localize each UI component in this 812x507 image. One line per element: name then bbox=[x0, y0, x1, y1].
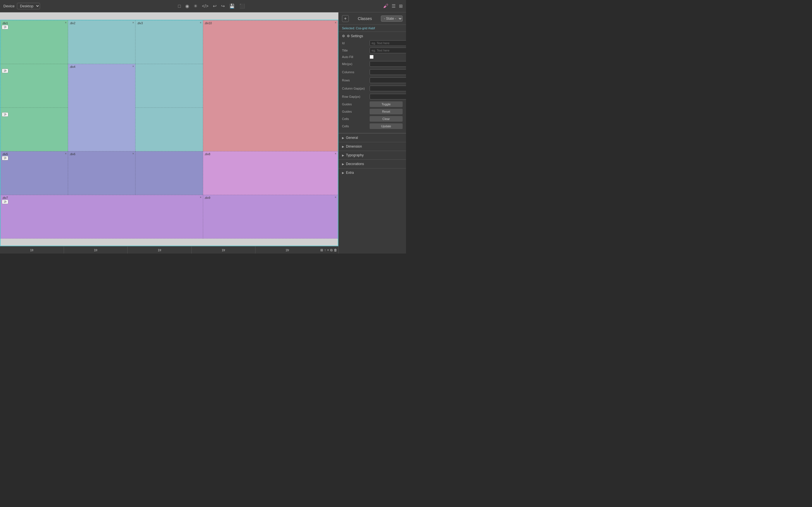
selected-value: Css-grid bbox=[356, 26, 367, 30]
accordion-general-header: ▶ General bbox=[342, 136, 403, 140]
id-input[interactable] bbox=[370, 40, 406, 46]
delete-icon[interactable]: 🗑 bbox=[334, 248, 337, 252]
state-dropdown[interactable]: - State - hover active focus bbox=[381, 15, 403, 22]
columns-field-row: Columns 5 ▲ ▼ bbox=[342, 69, 403, 75]
guides-toggle-row: Guides Toggle bbox=[342, 101, 403, 107]
div8-close[interactable]: × bbox=[335, 152, 336, 155]
dimension-arrow-icon: ▶ bbox=[342, 145, 344, 148]
div8-label: .div8 bbox=[204, 153, 210, 156]
title-input[interactable] bbox=[370, 48, 406, 53]
cells-clear-button[interactable]: Clear bbox=[370, 116, 403, 122]
square-icon[interactable]: □ bbox=[178, 4, 181, 9]
row-gap-input[interactable]: 0 bbox=[370, 94, 406, 100]
col1-row3-size: 1fr bbox=[2, 112, 8, 117]
minpx-input[interactable]: 200 bbox=[370, 61, 406, 67]
column-gap-label: Column Gap(px) bbox=[342, 87, 367, 90]
col4-size-input[interactable] bbox=[192, 246, 256, 253]
grid-cell-div2[interactable]: .div2 × bbox=[68, 20, 135, 64]
div9-close[interactable]: × bbox=[335, 196, 336, 199]
add-class-button[interactable]: + bbox=[342, 15, 349, 22]
device-select[interactable]: Desktop Tablet Mobile bbox=[17, 3, 40, 9]
export-icon[interactable]: ⬛ bbox=[239, 3, 245, 9]
device-label: Device bbox=[3, 4, 15, 8]
col3-size-input[interactable] bbox=[128, 246, 192, 253]
grid-cell-div4[interactable]: .div4 × bbox=[68, 64, 135, 151]
grid-cell-div5[interactable]: .div5 × 1fr bbox=[1, 151, 68, 195]
toolbar-right: 🖌 ☰ ⊞ bbox=[383, 3, 403, 9]
menu-icon[interactable]: ☰ bbox=[392, 3, 396, 9]
div5-label: .div5 bbox=[2, 153, 8, 156]
column-gap-input[interactable]: 0 bbox=[370, 86, 406, 91]
save-icon[interactable]: 💾 bbox=[229, 3, 235, 9]
accordion-dimension[interactable]: ▶ Dimension bbox=[339, 142, 406, 151]
col2-size-input[interactable] bbox=[64, 246, 128, 253]
selected-id: #iabf bbox=[368, 26, 375, 30]
cells-update-button[interactable]: Update bbox=[370, 123, 403, 129]
accordion-general[interactable]: ▶ General bbox=[339, 133, 406, 142]
div5-close[interactable]: × bbox=[65, 152, 66, 155]
grid-cell-div1[interactable]: .div1 × 1fr bbox=[1, 20, 68, 64]
accordion-decorations[interactable]: ▶ Decorations bbox=[339, 159, 406, 168]
div4-close[interactable]: × bbox=[133, 65, 134, 68]
css-grid-canvas: .div1 × 1fr .div2 × .div3 × .div10 × 1fr bbox=[0, 20, 338, 246]
code-icon[interactable]: </> bbox=[202, 4, 208, 9]
grid-cell-div3[interactable]: .div3 × bbox=[135, 20, 203, 64]
up-icon[interactable]: ↑ bbox=[324, 248, 326, 252]
general-arrow-icon: ▶ bbox=[342, 136, 344, 139]
grid-cell-col1-row2[interactable]: 1fr bbox=[1, 64, 68, 108]
grid-cell-col1-row3[interactable]: 1fr bbox=[1, 108, 68, 151]
copy-icon[interactable]: ⧉ bbox=[330, 248, 333, 252]
brush-icon[interactable]: 🖌 bbox=[383, 3, 388, 9]
minpx-spinner: 200 ▲ ▼ bbox=[370, 61, 406, 67]
add-col-icon[interactable]: + bbox=[327, 248, 329, 252]
col5-size-input[interactable] bbox=[255, 246, 319, 253]
grid-cell-div8[interactable]: .div8 × bbox=[203, 151, 338, 195]
accordion-typography[interactable]: ▶ Typography bbox=[339, 151, 406, 159]
div3-close[interactable]: × bbox=[200, 21, 202, 24]
panel-title: Classes bbox=[358, 16, 372, 21]
accordion-extra[interactable]: ▶ Extra bbox=[339, 168, 406, 177]
accordion-extra-label: Extra bbox=[346, 171, 354, 175]
grid-cell-div9[interactable]: .div9 × bbox=[203, 195, 338, 238]
grid-cell-div6[interactable]: .div6 × bbox=[68, 151, 135, 195]
accordion-general-label: General bbox=[346, 136, 358, 140]
guides-toggle-button[interactable]: Toggle bbox=[370, 101, 403, 107]
columns-spinner: 5 ▲ ▼ bbox=[370, 69, 406, 75]
div2-close[interactable]: × bbox=[133, 21, 134, 24]
grid-cell-col3-row4[interactable] bbox=[135, 151, 203, 195]
col1-size-input[interactable] bbox=[0, 246, 64, 253]
autofill-field-row: Auto Fill bbox=[342, 55, 403, 59]
redo-icon[interactable]: ↪ bbox=[221, 3, 225, 9]
row-gap-field-row: Row Gap(px) 0 ▲ ▼ bbox=[342, 93, 403, 100]
grid-cell-col3-row3[interactable] bbox=[135, 108, 203, 151]
asterisk-icon[interactable]: ✳ bbox=[194, 3, 197, 9]
guides-reset-label: Guides bbox=[342, 110, 367, 113]
eye-icon[interactable]: ◉ bbox=[185, 3, 189, 9]
columns-input[interactable]: 5 bbox=[370, 69, 406, 75]
guides-reset-button[interactable]: Reset bbox=[370, 109, 403, 114]
accordion-dimension-label: Dimension bbox=[346, 145, 362, 149]
div1-label: .div1 bbox=[2, 22, 8, 25]
extra-arrow-icon: ▶ bbox=[342, 171, 344, 174]
undo-icon[interactable]: ↩ bbox=[213, 3, 216, 9]
div1-close[interactable]: × bbox=[65, 21, 66, 24]
div3-label: .div3 bbox=[137, 22, 143, 25]
div7-close[interactable]: × bbox=[200, 196, 202, 199]
settings-icon: ⚙ bbox=[342, 34, 345, 38]
minpx-label: Min(px) bbox=[342, 62, 367, 66]
grid-view-icon[interactable]: ⊞ bbox=[399, 3, 403, 9]
div6-close[interactable]: × bbox=[133, 152, 134, 155]
canvas-area: .div1 × 1fr .div2 × .div3 × .div10 × 1fr bbox=[0, 12, 338, 253]
div5-size: 1fr bbox=[2, 156, 8, 160]
columns-label: Columns bbox=[342, 70, 367, 74]
grid-cell-col3-row2[interactable] bbox=[135, 64, 203, 108]
rows-label: Rows bbox=[342, 78, 367, 82]
guides-toggle-label: Guides bbox=[342, 103, 367, 106]
rows-input[interactable]: 5 bbox=[370, 77, 406, 83]
autofill-checkbox[interactable] bbox=[370, 55, 373, 59]
grid-cell-div7[interactable]: .div7 × 1fr bbox=[1, 195, 203, 238]
grid-cell-div10[interactable]: .div10 × bbox=[203, 20, 338, 151]
settings-header[interactable]: ⚙ ⚙ Settings bbox=[342, 34, 403, 38]
div10-close[interactable]: × bbox=[335, 21, 336, 24]
grid-bottom-icon[interactable]: ⊞ bbox=[320, 248, 323, 252]
